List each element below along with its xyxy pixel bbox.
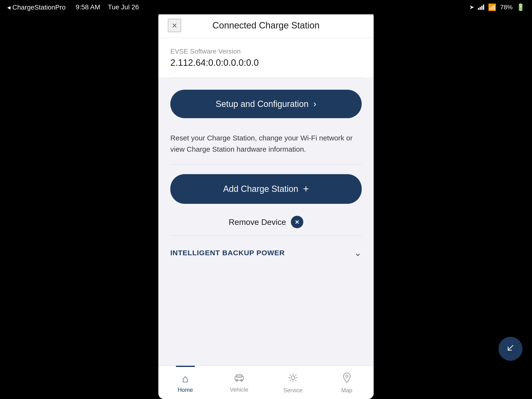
- modal-header: × Connected Charge Station: [158, 11, 374, 38]
- service-label: Service: [283, 387, 302, 394]
- battery-label: 78%: [500, 4, 513, 11]
- wifi-icon: 📶: [488, 3, 496, 11]
- status-bar-left: ◂ ChargeStationPro 9:58 AM Tue Jul 26: [7, 3, 139, 11]
- fab-button[interactable]: [499, 337, 522, 361]
- evse-label: EVSE Software Version: [170, 48, 362, 55]
- backup-header[interactable]: INTELLIGENT BACKUP POWER ⌄: [170, 243, 362, 263]
- modal-card: × Connected Charge Station EVSE Software…: [158, 11, 374, 399]
- status-bar: ◂ ChargeStationPro 9:58 AM Tue Jul 26 ➤ …: [0, 0, 532, 14]
- close-button[interactable]: ×: [168, 19, 181, 32]
- svg-point-5: [346, 375, 348, 377]
- setup-config-button[interactable]: Setup and Configuration ›: [170, 90, 362, 118]
- chevron-right-icon: ›: [313, 99, 317, 109]
- setup-description: Reset your Charge Station, change your W…: [158, 125, 374, 164]
- remove-device-button[interactable]: ×: [291, 216, 303, 228]
- battery-icon: 🔋: [516, 3, 525, 11]
- service-icon: [288, 373, 298, 385]
- map-icon: [342, 373, 351, 385]
- location-icon: ➤: [469, 4, 474, 11]
- signal-icon: [478, 5, 484, 10]
- vehicle-icon: [234, 373, 244, 384]
- add-charge-station-button[interactable]: Add Charge Station +: [170, 174, 362, 204]
- app-back-label[interactable]: ◂ ChargeStationPro: [7, 3, 66, 11]
- status-bar-right: ➤ 📶 78% 🔋: [469, 3, 525, 11]
- add-charge-station-label: Add Charge Station: [223, 184, 298, 194]
- vehicle-label: Vehicle: [230, 386, 248, 393]
- remove-device-row: Remove Device ×: [158, 211, 374, 235]
- plus-icon: +: [303, 183, 309, 195]
- modal-title: Connected Charge Station: [170, 20, 362, 31]
- close-icon: ×: [172, 21, 177, 31]
- home-label: Home: [177, 386, 193, 393]
- map-label: Map: [341, 387, 352, 394]
- bottom-nav: ⌂ Home Vehicle Service: [158, 366, 374, 399]
- status-time: 9:58 AM: [76, 3, 100, 11]
- evse-section: EVSE Software Version 2.112.64:0.0:0.0.0…: [158, 38, 374, 77]
- remove-device-label: Remove Device: [229, 217, 286, 227]
- remove-icon-symbol: ×: [295, 218, 299, 226]
- backup-section: INTELLIGENT BACKUP POWER ⌄: [158, 236, 374, 270]
- home-icon: ⌂: [182, 373, 189, 385]
- nav-item-vehicle[interactable]: Vehicle: [212, 366, 266, 397]
- nav-item-home[interactable]: ⌂ Home: [158, 366, 212, 397]
- setup-section: Setup and Configuration ›: [158, 78, 374, 125]
- nav-item-service[interactable]: Service: [266, 366, 320, 397]
- chevron-down-icon: ⌄: [354, 247, 362, 258]
- modal-content: EVSE Software Version 2.112.64:0.0:0.0.0…: [158, 38, 374, 366]
- nav-active-indicator: [176, 366, 195, 367]
- nav-item-map[interactable]: Map: [320, 366, 374, 397]
- setup-config-label: Setup and Configuration: [216, 99, 309, 109]
- status-date: Tue Jul 26: [108, 3, 139, 11]
- evse-value: 2.112.64:0.0:0.0.0:0.0: [170, 58, 362, 68]
- backup-title: INTELLIGENT BACKUP POWER: [170, 249, 285, 257]
- svg-point-4: [291, 376, 295, 380]
- add-charge-section: Add Charge Station +: [158, 165, 374, 211]
- fab-arrow-icon: [505, 342, 516, 355]
